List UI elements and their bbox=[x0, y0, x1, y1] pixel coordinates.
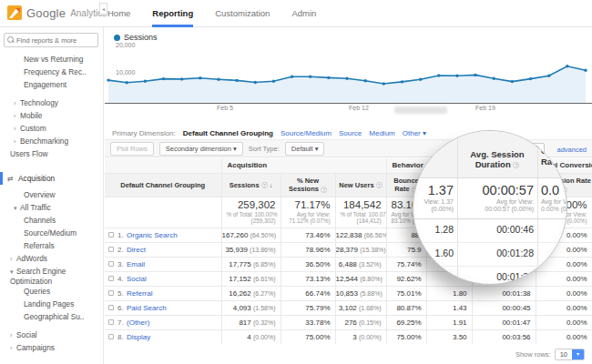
magnified-row-separator bbox=[413, 242, 567, 243]
avg-duration-cell: 00:00:45 bbox=[472, 300, 536, 315]
sessions-value: 17,775 bbox=[229, 260, 253, 268]
help-icon[interactable]: ? bbox=[261, 182, 268, 188]
chevron-right-icon: › bbox=[10, 342, 16, 354]
primary-dimension-selected[interactable]: Default Channel Grouping bbox=[183, 129, 273, 137]
channel-link-social[interactable]: Social bbox=[127, 275, 147, 283]
sidebar-item-label: AdWords bbox=[16, 254, 47, 263]
summary-cell-new-sessions: 71.17%Avg for View:71.12% (0.07%) bbox=[281, 197, 335, 228]
sidebar-item-users-flow[interactable]: Users Flow bbox=[0, 147, 104, 160]
sidebar-item-frequency-rec[interactable]: Frequency & Rec.. bbox=[0, 66, 104, 78]
show-rows-dropdown-icon[interactable]: ▾ bbox=[572, 349, 584, 360]
summary-sub: 71.12% (0.07%) bbox=[286, 217, 331, 224]
column-header-default-channel-grouping[interactable]: Default Channel Grouping bbox=[105, 173, 221, 197]
row-checkbox[interactable] bbox=[108, 261, 114, 267]
sidebar-item-technology[interactable]: ›Technology bbox=[0, 96, 104, 109]
sidebar-item-social[interactable]: ›Social bbox=[0, 329, 104, 341]
channel-link-referral[interactable]: Referral bbox=[127, 289, 152, 298]
new-users-cell: 12,544 (6.80%) bbox=[335, 271, 386, 286]
row-checkbox[interactable] bbox=[108, 305, 114, 310]
brand[interactable]: Google Analytics bbox=[7, 5, 107, 20]
sessions-cell: 35,939 (13.86%) bbox=[221, 242, 281, 257]
row-checkbox[interactable] bbox=[108, 290, 114, 296]
help-icon[interactable]: ? bbox=[321, 187, 327, 193]
sidebar-search[interactable] bbox=[4, 33, 98, 47]
sidebar-item-mobile[interactable]: ›Mobile bbox=[0, 109, 104, 122]
chevron-right-icon: › bbox=[14, 136, 20, 147]
sidebar-item-geographical-su[interactable]: Geographical Su.. bbox=[0, 310, 104, 323]
sidebar-item-queries[interactable]: Queries bbox=[0, 285, 104, 298]
sort-type-button[interactable]: Default ▾ bbox=[285, 142, 325, 156]
sidebar-item-label: Benchmarking bbox=[20, 136, 68, 146]
sidebar-item-channels[interactable]: Channels bbox=[0, 214, 104, 227]
magnifier-glass: Avg. Session Duration ? Goal Conversions… bbox=[413, 130, 567, 285]
x-axis-tick-feb-5: Feb 5 bbox=[217, 105, 233, 111]
sidebar-item-label: New vs Returning bbox=[24, 55, 83, 64]
sort-desc-icon[interactable]: ↓ bbox=[270, 182, 273, 188]
advanced-search-link[interactable]: advanced bbox=[556, 146, 587, 154]
sidebar-item-referrals[interactable]: Referrals bbox=[0, 239, 104, 252]
sidebar-item-overview[interactable]: Overview bbox=[0, 188, 104, 201]
column-header-new-sessions[interactable]: % New Sessions ? bbox=[281, 173, 335, 197]
sidebar-item-label: Frequency & Rec.. bbox=[24, 67, 87, 76]
sessions-legend-dot-icon bbox=[114, 35, 120, 41]
table-row: 6.Paid Search4,093 (1.58%)75.79%3,102 (1… bbox=[105, 300, 592, 315]
sidebar-item-landing-pages[interactable]: Landing Pages bbox=[0, 298, 104, 310]
sidebar-item-label: Landing Pages bbox=[24, 299, 74, 308]
channel-link-email[interactable]: Email bbox=[127, 260, 145, 268]
nav-item-admin[interactable]: Admin bbox=[291, 0, 316, 27]
sidebar-item-custom[interactable]: ›Custom bbox=[0, 122, 104, 135]
sidebar-item-label: Mobile bbox=[20, 111, 42, 120]
sidebar-item-engagement[interactable]: Engagement bbox=[0, 78, 104, 91]
dimension-link-source-medium[interactable]: Source/Medium bbox=[281, 129, 332, 137]
new-users-pct: (1.68%) bbox=[359, 305, 382, 311]
row-checkbox[interactable] bbox=[108, 276, 114, 281]
sidebar-item-adwords[interactable]: ›AdWords bbox=[0, 252, 104, 265]
sidebar-item-new-vs-returning[interactable]: New vs Returning bbox=[0, 53, 104, 66]
sidebar-collapse-handle[interactable]: ◂ bbox=[99, 3, 107, 15]
row-checkbox[interactable] bbox=[108, 319, 114, 325]
nav-item-reporting[interactable]: Reporting bbox=[152, 0, 193, 27]
avg-duration-cell: 00:03:56 bbox=[472, 329, 536, 344]
row-checkbox[interactable] bbox=[108, 247, 114, 252]
show-rows-select[interactable]: 10 ▾ bbox=[555, 349, 585, 360]
new-users-value: 3,102 bbox=[339, 304, 359, 312]
column-header-new-users[interactable]: New Users ? bbox=[335, 173, 386, 197]
channel-link-paid-search[interactable]: Paid Search bbox=[127, 304, 167, 312]
sidebar-item-label: Overview bbox=[24, 190, 56, 199]
search-icon bbox=[7, 36, 14, 45]
x-axis-tick-feb-19: Feb 19 bbox=[475, 105, 495, 111]
row-checkbox[interactable] bbox=[108, 232, 114, 238]
sidebar-search-input[interactable] bbox=[16, 36, 95, 45]
dimension-link-other[interactable]: Other ▾ bbox=[403, 129, 426, 137]
help-icon[interactable]: ? bbox=[376, 182, 383, 188]
sidebar-item-campaigns[interactable]: ›Campaigns bbox=[0, 341, 104, 354]
nav-item-customization[interactable]: Customization bbox=[215, 0, 270, 27]
magnified-summary-separator bbox=[413, 218, 567, 219]
sidebar-item-all-traffic[interactable]: ▾All Traffic bbox=[0, 201, 104, 214]
new-users-pct: (0.15%) bbox=[359, 319, 382, 326]
dimension-link-medium[interactable]: Medium bbox=[369, 129, 394, 137]
new-users-pct: (3.52%) bbox=[359, 261, 382, 268]
column-header-sessions[interactable]: Sessions ? ↓ bbox=[221, 173, 281, 197]
sidebar-item-source-medium[interactable]: Source/Medium bbox=[0, 227, 104, 239]
plot-rows-button[interactable]: Plot Rows bbox=[110, 142, 154, 156]
secondary-dimension-button[interactable]: Secondary dimension ▾ bbox=[159, 142, 243, 156]
summary-sub: (184,412) bbox=[341, 217, 382, 224]
channel-cell: 4.Social bbox=[105, 271, 221, 286]
dimension-link-source[interactable]: Source bbox=[339, 129, 362, 137]
sessions-value: 35,939 bbox=[225, 246, 250, 254]
sessions-pct: (0.32%) bbox=[253, 319, 276, 326]
channel-link-direct[interactable]: Direct bbox=[127, 246, 146, 254]
sidebar-item-acquisition[interactable]: ⇄Acquisition bbox=[0, 171, 104, 186]
help-icon[interactable]: ? bbox=[513, 162, 519, 168]
nav-items: HomeReportingCustomizationAdmin bbox=[107, 0, 316, 27]
channel-link-display[interactable]: Display bbox=[127, 333, 150, 341]
channel-link-organic-search[interactable]: Organic Search bbox=[127, 231, 178, 239]
chevron-right-icon: › bbox=[10, 329, 16, 341]
nav-item-home[interactable]: Home bbox=[107, 0, 130, 27]
row-checkbox[interactable] bbox=[108, 334, 114, 339]
channel-link-other[interactable]: (Other) bbox=[127, 318, 149, 327]
sidebar-item-benchmarking[interactable]: ›Benchmarking bbox=[0, 135, 104, 147]
sidebar-item-search-engine-optimization[interactable]: ▾Search Engine Optimization bbox=[0, 265, 91, 285]
sidebar-item-label: Technology bbox=[20, 98, 58, 107]
